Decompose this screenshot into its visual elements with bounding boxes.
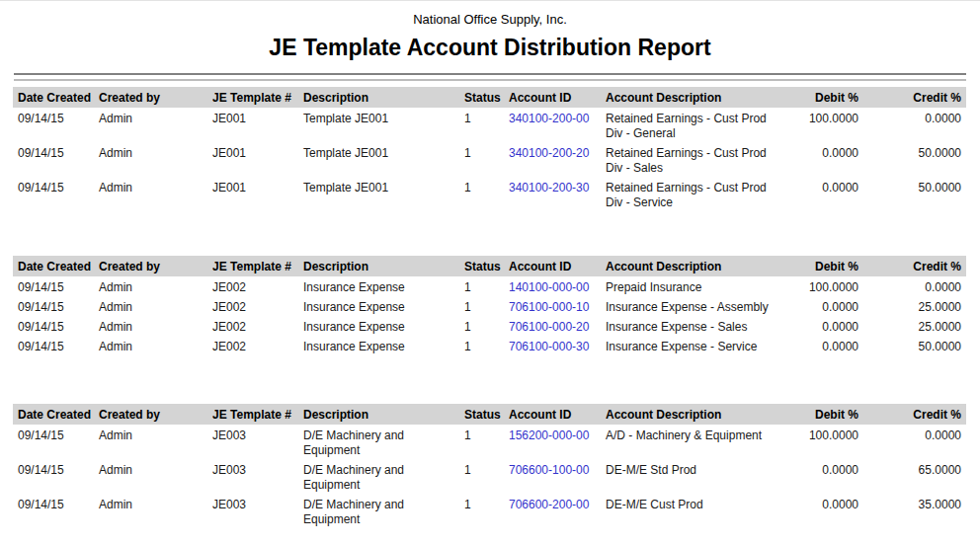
cell-account-description: Insurance Expense - Service — [606, 336, 790, 355]
cell-credit-pct: 25.0000 — [861, 296, 966, 316]
cell-je-template-number: JE002 — [212, 316, 303, 336]
cell-created-by: Admin — [99, 276, 212, 296]
column-header-date-created: Date Created — [13, 87, 99, 108]
cell-description: Template JE001 — [303, 142, 464, 177]
cell-created-by: Admin — [99, 494, 212, 528]
cell-status: 1 — [464, 276, 509, 296]
cell-date-created: 09/14/15 — [13, 494, 99, 528]
cell-date-created: 09/14/15 — [13, 336, 99, 355]
cell-created-by: Admin — [99, 459, 212, 494]
account-id-link[interactable]: 156200-000-00 — [509, 428, 589, 442]
cell-status: 1 — [464, 142, 509, 177]
column-header-account-description: Account Description — [606, 256, 790, 276]
account-id-link[interactable]: 340100-200-30 — [509, 181, 589, 195]
cell-created-by: Admin — [99, 142, 212, 177]
column-header-account-description: Account Description — [606, 87, 790, 108]
cell-je-template-number: JE001 — [212, 177, 303, 211]
account-id-link[interactable]: 340100-200-20 — [509, 146, 589, 160]
account-id-link[interactable]: 706600-200-00 — [509, 498, 589, 511]
cell-credit-pct: 50.0000 — [861, 142, 966, 177]
report-page: National Office Supply, Inc. JE Template… — [0, 1, 980, 528]
column-header-status: Status — [464, 87, 509, 108]
cell-description: Insurance Expense — [303, 316, 464, 336]
column-header-description: Description — [303, 256, 464, 276]
cell-account-description: Insurance Expense - Sales — [606, 316, 790, 336]
cell-debit-pct: 0.0000 — [790, 336, 861, 355]
cell-credit-pct: 35.0000 — [861, 494, 966, 528]
table-row: 09/14/15 Admin JE002 Insurance Expense 1… — [13, 336, 966, 355]
column-header-date-created: Date Created — [13, 256, 99, 276]
cell-credit-pct: 0.0000 — [861, 425, 966, 459]
cell-account-description: Retained Earnings - Cust Prod Div - Serv… — [606, 177, 790, 211]
column-header-created-by: Created by — [99, 87, 212, 108]
cell-je-template-number: JE001 — [212, 142, 303, 177]
cell-description: Insurance Expense — [303, 296, 464, 316]
cell-account-id: 340100-200-30 — [509, 177, 606, 211]
cell-account-description: DE-M/E Std Prod — [606, 459, 790, 494]
cell-created-by: Admin — [99, 336, 212, 355]
cell-status: 1 — [464, 296, 509, 316]
cell-account-id: 340100-200-20 — [509, 142, 606, 177]
table-header-row: Date Created Created by JE Template # De… — [13, 404, 966, 425]
cell-description: D/E Machinery and Equipment — [303, 425, 464, 459]
cell-je-template-number: JE001 — [212, 108, 303, 142]
account-id-link[interactable]: 706100-000-30 — [509, 340, 589, 353]
column-header-status: Status — [464, 404, 509, 425]
cell-je-template-number: JE002 — [212, 336, 303, 355]
column-header-date-created: Date Created — [13, 404, 99, 425]
column-header-account-id: Account ID — [509, 404, 606, 425]
cell-debit-pct: 0.0000 — [790, 459, 861, 494]
column-header-je-template-number: JE Template # — [212, 87, 303, 108]
cell-account-description: Retained Earnings - Cust Prod Div - Sale… — [606, 142, 790, 177]
cell-credit-pct: 0.0000 — [861, 108, 966, 142]
cell-account-id: 706600-100-00 — [509, 459, 606, 494]
cell-je-template-number: JE003 — [212, 425, 303, 459]
column-header-created-by: Created by — [99, 404, 212, 425]
column-header-credit-pct: Credit % — [861, 256, 966, 276]
cell-created-by: Admin — [99, 296, 212, 316]
report-tables-container: Date Created Created by JE Template # De… — [0, 87, 980, 528]
cell-date-created: 09/14/15 — [13, 459, 99, 494]
cell-date-created: 09/14/15 — [13, 276, 99, 296]
cell-account-id: 706100-000-10 — [509, 296, 606, 316]
table-header-row: Date Created Created by JE Template # De… — [13, 256, 966, 276]
table-row: 09/14/15 Admin JE001 Template JE001 1 34… — [13, 142, 966, 177]
cell-description: Template JE001 — [303, 177, 464, 211]
cell-date-created: 09/14/15 — [13, 142, 99, 177]
account-id-link[interactable]: 706100-000-10 — [509, 300, 589, 314]
column-header-created-by: Created by — [99, 256, 212, 276]
cell-status: 1 — [464, 177, 509, 211]
cell-account-id: 706100-000-20 — [509, 316, 606, 336]
table-row: 09/14/15 Admin JE003 D/E Machinery and E… — [13, 425, 966, 459]
account-id-link[interactable]: 140100-000-00 — [509, 280, 589, 294]
cell-debit-pct: 100.0000 — [790, 276, 861, 296]
column-header-credit-pct: Credit % — [861, 87, 966, 108]
je-template-table: Date Created Created by JE Template # De… — [13, 87, 966, 211]
cell-account-id: 706600-200-00 — [509, 494, 606, 528]
column-header-status: Status — [464, 256, 509, 276]
table-row: 09/14/15 Admin JE002 Insurance Expense 1… — [13, 296, 966, 316]
cell-status: 1 — [464, 459, 509, 494]
account-id-link[interactable]: 706600-100-00 — [509, 463, 589, 477]
cell-debit-pct: 0.0000 — [790, 142, 861, 177]
cell-status: 1 — [464, 336, 509, 355]
cell-debit-pct: 0.0000 — [790, 177, 861, 211]
cell-date-created: 09/14/15 — [13, 108, 99, 142]
company-name: National Office Supply, Inc. — [0, 1, 980, 27]
cell-date-created: 09/14/15 — [13, 425, 99, 459]
report-title: JE Template Account Distribution Report — [0, 33, 980, 62]
cell-account-description: Prepaid Insurance — [606, 276, 790, 296]
cell-date-created: 09/14/15 — [13, 177, 99, 211]
cell-credit-pct: 0.0000 — [861, 276, 966, 296]
account-id-link[interactable]: 340100-200-00 — [509, 112, 589, 125]
column-header-je-template-number: JE Template # — [212, 404, 303, 425]
cell-credit-pct: 50.0000 — [861, 177, 966, 211]
cell-je-template-number: JE003 — [212, 494, 303, 528]
je-template-table: Date Created Created by JE Template # De… — [13, 256, 966, 355]
cell-je-template-number: JE002 — [212, 296, 303, 316]
cell-created-by: Admin — [99, 425, 212, 459]
cell-account-id: 156200-000-00 — [509, 425, 606, 459]
column-header-credit-pct: Credit % — [861, 404, 966, 425]
column-header-account-id: Account ID — [509, 256, 606, 276]
account-id-link[interactable]: 706100-000-20 — [509, 320, 589, 334]
